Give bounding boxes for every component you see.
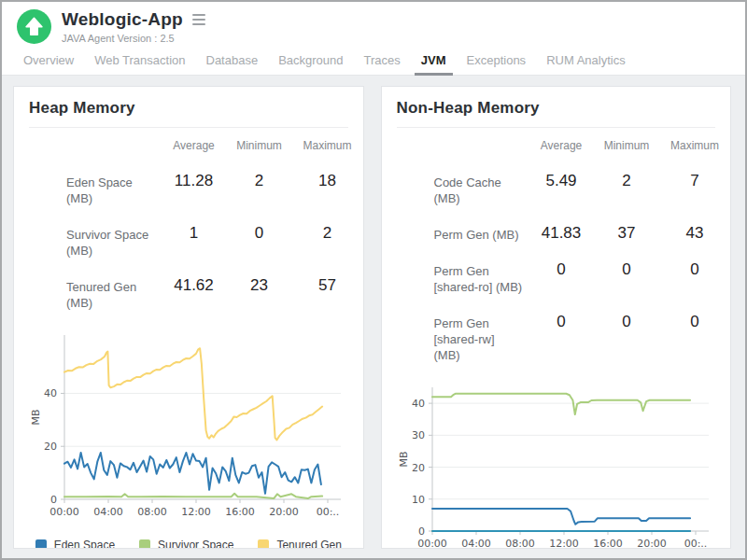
table-row: Tenured Gen (MB) 41.62 23 57 xyxy=(66,268,363,320)
metric-label: Perm Gen (MB) xyxy=(434,216,529,252)
table-row: Survivor Space (MB) 1 0 2 xyxy=(66,216,363,268)
tab-bar: Overview Web Transaction Database Backgr… xyxy=(2,48,745,76)
table-row: Perm Gen (MB) 41.83 37 43 xyxy=(434,216,731,252)
tab-traces[interactable]: Traces xyxy=(354,48,411,75)
metric-average: 11.28 xyxy=(162,163,227,198)
svg-text:00:..: 00:.. xyxy=(317,506,340,518)
svg-text:10: 10 xyxy=(412,494,425,506)
tenured-gen-swatch-icon xyxy=(258,539,269,549)
table-row: Perm Gen [shared-rw] (MB) 0 0 0 xyxy=(434,304,731,372)
app-window: Weblogic-App JAVA Agent Version : 2.5 Ov… xyxy=(0,0,747,560)
non-heap-memory-chart[interactable]: 01020304000:0004:0008:0012:0016:0020:000… xyxy=(397,382,711,549)
non-heap-metrics-table: Average Minimum Maximum Code Cache (MB) … xyxy=(434,132,731,372)
svg-text:40: 40 xyxy=(44,387,57,399)
table-row: Code Cache (MB) 5.49 2 7 xyxy=(434,163,731,216)
metric-label: Tenured Gen (MB) xyxy=(66,268,162,320)
metric-label: Perm Gen [shared-rw] (MB) xyxy=(434,304,529,372)
metric-label: Survivor Space (MB) xyxy=(66,216,162,268)
metric-average: 0 xyxy=(529,304,594,339)
agent-version-label: JAVA Agent Version : 2.5 xyxy=(62,33,207,44)
table-row: Perm Gen [shared-ro] (MB) 0 0 0 xyxy=(434,252,731,304)
divider xyxy=(397,127,716,128)
svg-text:04:00: 04:00 xyxy=(93,506,123,518)
metric-minimum: 23 xyxy=(227,268,292,302)
tab-database[interactable]: Database xyxy=(196,48,269,75)
svg-text:00:00: 00:00 xyxy=(49,506,79,518)
heap-memory-chart-wrap: 0204000:0004:0008:0012:0016:0020:0000:..… xyxy=(29,329,348,527)
table-row: Eden Space (MB) 11.28 2 18 xyxy=(66,163,363,216)
svg-text:MB: MB xyxy=(398,451,410,467)
page-title: Weblogic-App xyxy=(62,9,183,30)
metric-maximum: 7 xyxy=(659,163,730,198)
metric-average: 41.62 xyxy=(162,268,227,302)
table-header-row: Average Minimum Maximum xyxy=(66,132,363,163)
column-average: Average xyxy=(529,139,594,152)
metric-minimum: 0 xyxy=(594,304,659,339)
svg-text:40: 40 xyxy=(412,398,425,410)
metric-average: 1 xyxy=(162,216,227,250)
monitor-status-up-icon xyxy=(17,9,51,44)
table-header-row: Average Minimum Maximum xyxy=(434,132,731,163)
non-heap-memory-chart-wrap: 01020304000:0004:0008:0012:0016:0020:000… xyxy=(397,382,716,549)
metric-label: Eden Space (MB) xyxy=(66,163,162,216)
legend-label: Survivor Space xyxy=(158,539,233,549)
metric-maximum: 18 xyxy=(292,163,363,198)
svg-text:12:00: 12:00 xyxy=(181,506,211,518)
non-heap-panel-title: Non-Heap Memory xyxy=(397,99,716,118)
tab-web-transaction[interactable]: Web Transaction xyxy=(84,48,195,75)
column-minimum: Minimum xyxy=(227,139,292,152)
heap-memory-chart[interactable]: 0204000:0004:0008:0012:0016:0020:0000:..… xyxy=(29,329,343,524)
tab-background[interactable]: Background xyxy=(268,48,353,75)
tab-overview[interactable]: Overview xyxy=(13,48,84,75)
column-average: Average xyxy=(162,139,227,152)
legend-item-survivor-space[interactable]: Survivor Space xyxy=(139,539,233,549)
metric-maximum: 0 xyxy=(659,252,730,287)
metric-minimum: 0 xyxy=(227,216,292,250)
column-minimum: Minimum xyxy=(594,139,659,152)
svg-text:00:00: 00:00 xyxy=(417,538,447,549)
metric-average: 0 xyxy=(529,252,594,287)
eden-space-swatch-icon xyxy=(35,539,47,549)
heap-metrics-table: Average Minimum Maximum Eden Space (MB) … xyxy=(66,132,363,320)
dashboard-content: Heap Memory Average Minimum Maximum Eden… xyxy=(2,76,745,560)
svg-text:20:00: 20:00 xyxy=(637,538,667,549)
metric-maximum: 43 xyxy=(659,216,730,250)
legend-item-tenured-gen[interactable]: Tenured Gen xyxy=(258,539,341,549)
metric-label: Perm Gen [shared-ro] (MB) xyxy=(434,252,529,304)
svg-text:20: 20 xyxy=(44,441,57,453)
tab-jvm[interactable]: JVM xyxy=(411,48,457,75)
column-maximum: Maximum xyxy=(292,139,363,152)
column-maximum: Maximum xyxy=(659,139,730,152)
metric-label: Code Cache (MB) xyxy=(434,163,529,216)
svg-text:20: 20 xyxy=(412,462,425,474)
svg-text:04:00: 04:00 xyxy=(461,538,491,549)
metric-minimum: 0 xyxy=(594,252,659,287)
svg-text:12:00: 12:00 xyxy=(549,538,579,549)
legend-item-eden-space[interactable]: Eden Space xyxy=(35,539,115,549)
legend-label: Eden Space xyxy=(54,539,115,549)
heap-chart-legend: Eden Space Survivor Space Tenured Gen xyxy=(29,539,348,549)
heap-panel-title: Heap Memory xyxy=(29,99,348,118)
heap-memory-panel: Heap Memory Average Minimum Maximum Eden… xyxy=(13,86,364,549)
divider xyxy=(29,127,348,128)
metric-minimum: 2 xyxy=(594,163,659,198)
menu-icon[interactable] xyxy=(190,12,207,27)
svg-text:20:00: 20:00 xyxy=(269,506,299,518)
svg-text:16:00: 16:00 xyxy=(225,506,255,518)
svg-text:08:00: 08:00 xyxy=(137,506,167,518)
tab-rum-analytics[interactable]: RUM Analytics xyxy=(536,48,636,75)
app-header: Weblogic-App JAVA Agent Version : 2.5 xyxy=(2,2,745,44)
svg-text:08:00: 08:00 xyxy=(505,538,535,549)
svg-text:0: 0 xyxy=(418,525,425,538)
svg-text:00:..: 00:.. xyxy=(684,538,707,549)
svg-text:30: 30 xyxy=(412,429,425,441)
metric-minimum: 37 xyxy=(594,216,659,250)
metric-maximum: 0 xyxy=(659,304,730,339)
tab-exceptions[interactable]: Exceptions xyxy=(457,48,537,75)
survivor-space-swatch-icon xyxy=(139,539,150,549)
svg-text:MB: MB xyxy=(30,409,42,425)
legend-label: Tenured Gen xyxy=(276,539,341,549)
metric-maximum: 57 xyxy=(292,268,363,302)
non-heap-memory-panel: Non-Heap Memory Average Minimum Maximum … xyxy=(381,86,732,549)
metric-average: 41.83 xyxy=(529,216,594,250)
